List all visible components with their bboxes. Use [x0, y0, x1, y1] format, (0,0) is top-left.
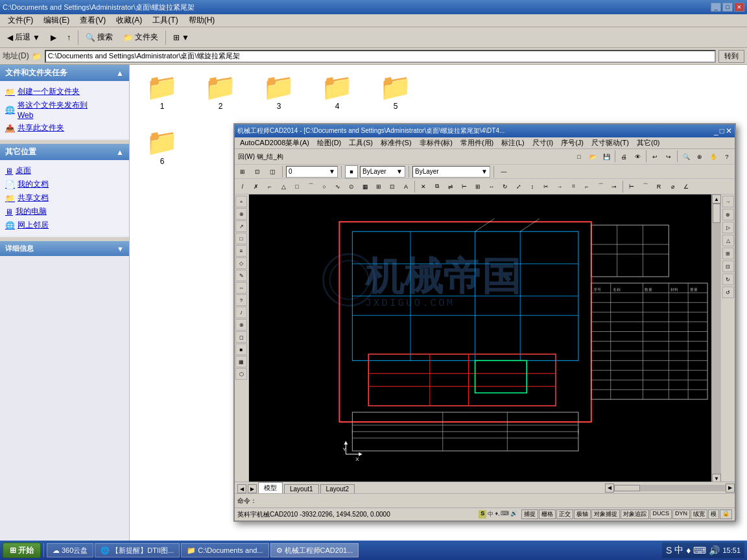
cad-layer-props[interactable]: ⊡: [251, 165, 264, 178]
shared-documents-link[interactable]: 📁 共享文档: [5, 191, 124, 205]
publish-web-link[interactable]: 🌐 将这个文件夹发布到Web: [5, 99, 124, 121]
up-button[interactable]: ↑: [62, 29, 75, 46]
cad-menu-dim[interactable]: 尺寸(I): [528, 137, 557, 148]
folders-button[interactable]: 📁 文件夹: [119, 29, 163, 46]
cad-btn-pan[interactable]: ✋: [707, 150, 720, 163]
cad-right-btn-5[interactable]: ⊞: [722, 248, 734, 259]
folder-1[interactable]: 📁 1: [136, 71, 188, 113]
scroll-left-button[interactable]: ◀: [605, 484, 614, 493]
cad-canvas[interactable]: 机械帝国 JXDIGUO.COM: [249, 194, 720, 482]
command-input[interactable]: [257, 497, 732, 504]
cad-menu-common[interactable]: 常用件(用): [456, 137, 497, 148]
tray-s-icon[interactable]: S: [666, 545, 672, 555]
cad-array[interactable]: ⊞: [471, 180, 484, 193]
cad-rect[interactable]: □: [290, 180, 303, 193]
maximize-button[interactable]: □: [722, 3, 733, 12]
cad-right-btn-4[interactable]: △: [722, 235, 734, 246]
cad-menu-other[interactable]: 其它(0): [633, 137, 663, 148]
color-dropdown[interactable]: ByLayer ▼: [360, 166, 405, 178]
cad-menu-nonstd[interactable]: 非标件(标): [416, 137, 456, 148]
cad-dimangular[interactable]: ∠: [680, 180, 693, 193]
cad-scale[interactable]: ⤢: [512, 180, 525, 193]
menu-help[interactable]: 帮助(H): [184, 14, 220, 27]
taskbar-explorer[interactable]: 📁 C:\Documents and...: [181, 543, 268, 557]
my-documents-link[interactable]: 📄 我的文档: [5, 178, 124, 191]
cad-explode[interactable]: ⊸: [608, 180, 621, 193]
lweight-btn[interactable]: 绒宽: [691, 509, 707, 519]
cad-dim-btn[interactable]: ↔: [235, 282, 247, 294]
snap-btn[interactable]: 捕捉: [521, 509, 538, 519]
cad-shade-btn[interactable]: ▦: [235, 356, 247, 368]
address-input[interactable]: [45, 50, 716, 63]
cad-erase[interactable]: ✕: [417, 180, 430, 193]
cad-zoom-btn[interactable]: ⊕: [235, 319, 247, 331]
cad-dimlinear[interactable]: ⊢: [625, 180, 638, 193]
cad-stretch[interactable]: ↕: [526, 180, 539, 193]
cad-menu-tools[interactable]: 工具(S): [345, 137, 377, 148]
cad-modify-btn[interactable]: ✎: [235, 270, 247, 281]
cad-close-button[interactable]: ✕: [726, 126, 732, 135]
cad-arc[interactable]: ⌒: [304, 180, 317, 193]
views-button[interactable]: ⊞ ▼: [169, 29, 194, 46]
cad-circle[interactable]: ○: [318, 180, 331, 193]
network-link[interactable]: 🌐 网上邻居: [5, 218, 124, 232]
cad-layer-mgr[interactable]: ⊞: [236, 165, 249, 178]
cad-snap-btn[interactable]: +: [235, 196, 247, 207]
lock-btn[interactable]: 🔒: [720, 509, 732, 519]
folder-2[interactable]: 📁 2: [195, 71, 246, 113]
cad-spline[interactable]: ∿: [331, 180, 344, 193]
model-btn[interactable]: 模: [708, 509, 719, 519]
tasks-header[interactable]: 文件和文件夹任务 ▲: [0, 65, 129, 81]
menu-tools[interactable]: 工具(T): [147, 14, 183, 27]
cad-btn-undo[interactable]: ↩: [648, 150, 661, 163]
folder-4[interactable]: 📁 4: [311, 71, 363, 113]
cad-btn-preview[interactable]: 👁: [631, 150, 644, 163]
detail-header[interactable]: 详细信息 ▼: [0, 241, 129, 256]
dyn-btn[interactable]: DYN: [672, 509, 690, 519]
cad-insert[interactable]: ⊡: [386, 180, 399, 193]
polar-btn[interactable]: 极轴: [574, 509, 591, 519]
taskbar-360cloud[interactable]: ☁ 360云盘: [47, 543, 93, 557]
cad-mirror[interactable]: ⇌: [444, 180, 457, 193]
scroll-thumb-h[interactable]: [614, 485, 640, 491]
cad-layer-btn[interactable]: ≡: [235, 245, 247, 257]
cad-hatch[interactable]: ▦: [359, 180, 372, 193]
cad-btn-zoom-all[interactable]: ⊕: [693, 150, 706, 163]
cad-right-btn-6[interactable]: ⊡: [722, 261, 734, 272]
cad-btn-help[interactable]: ?: [720, 150, 733, 163]
cad-menu-label[interactable]: 标注(L): [497, 137, 528, 148]
cad-btn-zoom-win[interactable]: 🔍: [680, 150, 693, 163]
layer-dropdown[interactable]: 0 ▼: [286, 166, 338, 178]
grid-btn[interactable]: 栅格: [539, 509, 556, 519]
cad-xline[interactable]: ✗: [250, 180, 263, 193]
cad-menu-draw[interactable]: 绘图(D): [313, 137, 345, 148]
cad-right-btn-3[interactable]: ▷: [722, 222, 734, 233]
cad-offset[interactable]: ⊢: [458, 180, 471, 193]
cad-right-btn-2[interactable]: ⊕: [722, 209, 734, 220]
cad-dimradius[interactable]: R: [652, 180, 665, 193]
menu-favorites[interactable]: 收藏(A): [111, 14, 147, 27]
cad-line-width[interactable]: —: [497, 165, 510, 178]
cad-btn-open[interactable]: 📂: [586, 150, 599, 163]
other-header[interactable]: 其它位置 ▲: [0, 144, 129, 160]
cad-right-btn-8[interactable]: ↺: [722, 286, 734, 298]
cad-dimdiameter[interactable]: ⌀: [666, 180, 679, 193]
start-button[interactable]: ⊞ 开始: [3, 542, 41, 558]
cad-polyline[interactable]: ⌐: [263, 180, 276, 193]
cad-object-btn[interactable]: ◇: [235, 257, 247, 269]
search-button[interactable]: 🔍 搜索: [81, 29, 117, 46]
my-computer-link[interactable]: 🖥 我的电脑: [5, 205, 124, 218]
otrack-btn[interactable]: 对象追踪: [621, 509, 649, 519]
menu-edit[interactable]: 编辑(E): [38, 14, 75, 27]
scroll-up-button[interactable]: ▲: [712, 194, 721, 204]
ortho-btn[interactable]: 正交: [556, 509, 573, 519]
cad-trim[interactable]: ✂: [540, 180, 552, 193]
cad-rotate[interactable]: ↻: [499, 180, 512, 193]
cad-minimize-button[interactable]: _: [714, 126, 718, 135]
cad-3d-btn[interactable]: ◻: [235, 331, 247, 343]
cad-maximize-button[interactable]: □: [720, 126, 724, 135]
cad-polygon[interactable]: △: [277, 180, 290, 193]
folder-3[interactable]: 📁 3: [253, 71, 305, 113]
cad-render-btn[interactable]: ⬡: [235, 368, 247, 380]
cad-menu-seq[interactable]: 序号(J): [557, 137, 587, 148]
